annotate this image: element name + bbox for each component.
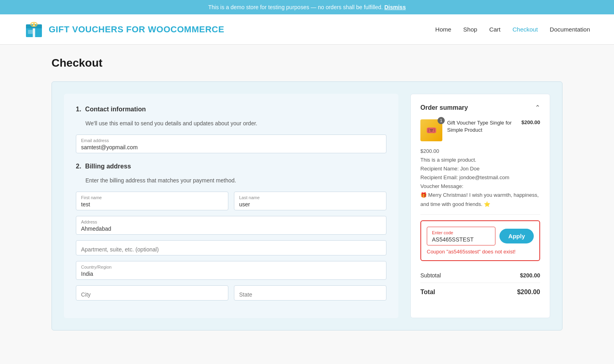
- country-input[interactable]: [81, 271, 381, 277]
- order-item-image: 🎟️ 1: [420, 119, 442, 141]
- page-container: Checkout 1. Contact information We'll us…: [28, 45, 586, 354]
- coupon-label: Enter code: [432, 230, 490, 235]
- nav-home[interactable]: Home: [435, 26, 451, 33]
- apartment-group: [76, 240, 386, 255]
- email-field-wrapper: Email address: [76, 135, 386, 153]
- contact-section: 1. Contact information We'll use this em…: [76, 106, 386, 153]
- name-row: First name Last name: [76, 192, 386, 210]
- order-item-info: Gift Voucher Type Single for Simple Prod…: [447, 119, 517, 141]
- last-name-input[interactable]: [239, 201, 381, 208]
- svg-rect-6: [28, 30, 33, 34]
- country-group: Country/Region: [76, 261, 386, 280]
- coupon-error: Coupon "as5465sstest" does not exist!: [427, 249, 534, 255]
- item-recipient-email: Recipient Email: jondoe@testmail.com: [420, 173, 540, 182]
- city-input[interactable]: [81, 289, 223, 298]
- dismiss-link[interactable]: Dismiss: [384, 4, 406, 10]
- address-wrapper: Address: [76, 216, 386, 235]
- svg-point-5: [33, 23, 35, 26]
- nav-checkout[interactable]: Checkout: [513, 26, 538, 33]
- apply-coupon-button[interactable]: Apply: [499, 229, 534, 243]
- contact-section-number: 1.: [76, 106, 81, 113]
- last-name-wrapper: Last name: [234, 192, 386, 210]
- nav-shop[interactable]: Shop: [463, 26, 477, 33]
- checkout-right: Order summary ⌃ 🎟️ 1 Gift Voucher Type S…: [410, 94, 550, 318]
- email-label: Email address: [81, 138, 381, 143]
- nav-cart[interactable]: Cart: [489, 26, 500, 33]
- apartment-wrapper: [76, 240, 386, 255]
- nav-documentation[interactable]: Documentation: [550, 26, 590, 33]
- first-name-label: First name: [81, 195, 223, 200]
- apartment-input[interactable]: [81, 244, 381, 253]
- first-name-group: First name: [76, 192, 228, 210]
- order-item: 🎟️ 1 Gift Voucher Type Single for Simple…: [420, 119, 540, 141]
- city-wrapper: [76, 285, 228, 301]
- first-name-wrapper: First name: [76, 192, 228, 210]
- item-description: This is a simple product.: [420, 156, 540, 164]
- state-input[interactable]: [239, 289, 381, 298]
- logo-title: Gift Vouchers for WooCommerce: [49, 24, 224, 35]
- email-input[interactable]: [81, 144, 381, 150]
- item-recipient-name: Recipient Name: Jon Doe: [420, 164, 540, 173]
- billing-section: 2. Billing address Enter the billing add…: [76, 163, 386, 301]
- state-group: [234, 285, 386, 301]
- address-label: Address: [81, 220, 381, 224]
- state-wrapper: [234, 285, 386, 301]
- total-value: $200.00: [517, 289, 540, 296]
- logo-icon: [24, 20, 44, 38]
- item-quantity-badge: 1: [438, 117, 445, 124]
- first-name-input[interactable]: [81, 201, 223, 208]
- country-label: Country/Region: [81, 265, 381, 269]
- contact-section-desc: We'll use this email to send you details…: [76, 120, 386, 127]
- billing-section-title: 2. Billing address: [76, 163, 386, 170]
- order-item-price: $200.00: [521, 119, 540, 141]
- item-price-detail: $200.00: [420, 147, 540, 156]
- coupon-row: Enter code Apply: [427, 227, 534, 245]
- country-wrapper: Country/Region: [76, 261, 386, 280]
- order-summary-title: Order summary: [420, 104, 468, 111]
- page-title: Checkout: [51, 57, 563, 69]
- order-item-name: Gift Voucher Type Single for Simple Prod…: [447, 119, 517, 134]
- checkout-left: 1. Contact information We'll use this em…: [64, 94, 398, 318]
- address-input[interactable]: [81, 226, 381, 232]
- total-row: Total $200.00: [420, 283, 540, 300]
- city-group: [76, 285, 228, 301]
- item-voucher-text: 🎁 Merry Christmas! I wish you warmth, ha…: [420, 191, 540, 208]
- coupon-box: Enter code Apply Coupon "as5465sstest" d…: [420, 220, 540, 261]
- logo-area: Gift Vouchers for WooCommerce: [24, 20, 224, 38]
- demo-banner: This is a demo store for testing purpose…: [0, 0, 614, 14]
- last-name-group: Last name: [234, 192, 386, 210]
- main-nav: Home Shop Cart Checkout Documentation: [435, 26, 590, 33]
- last-name-label: Last name: [239, 195, 381, 200]
- contact-section-title: 1. Contact information: [76, 106, 386, 113]
- order-summary-toggle[interactable]: ⌃: [535, 104, 540, 111]
- billing-section-desc: Enter the billing address that matches y…: [76, 177, 386, 184]
- subtotal-value: $200.00: [520, 272, 540, 279]
- coupon-input[interactable]: [432, 236, 490, 243]
- billing-section-number: 2.: [76, 163, 81, 170]
- order-item-details: $200.00 This is a simple product. Recipi…: [420, 147, 540, 215]
- city-state-row: [76, 285, 386, 301]
- demo-banner-text: This is a demo store for testing purpose…: [208, 4, 383, 10]
- order-summary-header: Order summary ⌃: [420, 104, 540, 111]
- subtotal-label: Subtotal: [420, 272, 441, 279]
- billing-section-heading: Billing address: [85, 163, 131, 170]
- site-header: Gift Vouchers for WooCommerce Home Shop …: [0, 14, 614, 45]
- coupon-input-wrapper: Enter code: [427, 227, 495, 245]
- subtotal-row: Subtotal $200.00: [420, 268, 540, 283]
- contact-section-heading: Contact information: [85, 106, 146, 113]
- total-label: Total: [420, 289, 435, 296]
- checkout-wrapper: 1. Contact information We'll use this em…: [51, 81, 563, 330]
- address-group: Address: [76, 216, 386, 235]
- email-field-group: Email address: [76, 135, 386, 153]
- item-voucher-message-label: Voucher Message:: [420, 182, 540, 191]
